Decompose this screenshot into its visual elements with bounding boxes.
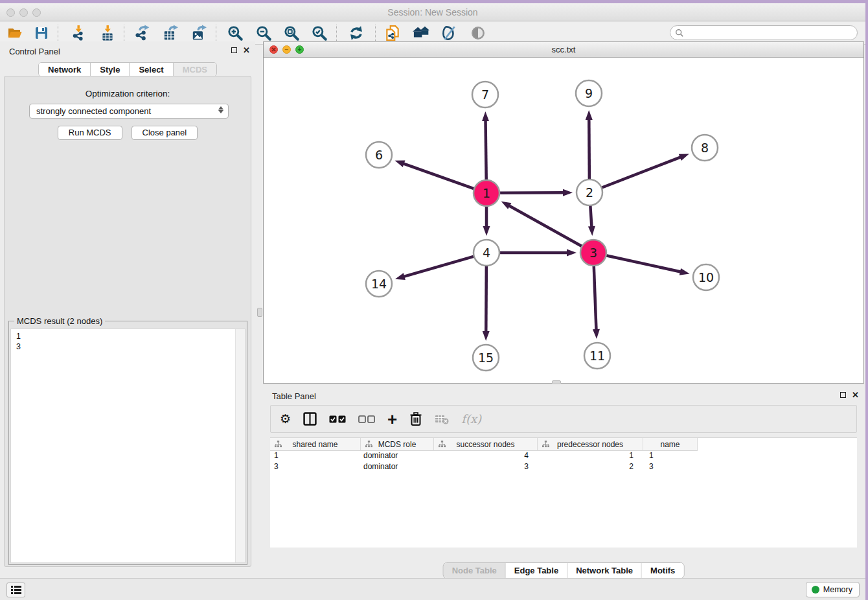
column-header-shared-name[interactable]: shared name xyxy=(270,438,361,451)
export-image-icon[interactable] xyxy=(187,23,211,43)
table-toolbar: ⚙ + f(x) xyxy=(270,405,857,433)
deselect-all-icon[interactable] xyxy=(358,415,375,423)
select-all-icon[interactable] xyxy=(329,415,346,423)
edge-3-11[interactable] xyxy=(594,266,597,330)
column-header-predecessor-nodes[interactable]: predecessor nodes xyxy=(538,438,643,451)
close-panel-button[interactable]: Close panel xyxy=(131,126,198,140)
network-view-window: ✕ − + scc.txt 1234678910111415 xyxy=(263,41,864,384)
column-header-name[interactable]: name xyxy=(643,438,698,451)
tab-network[interactable]: Network xyxy=(39,63,91,76)
criterion-dropdown[interactable]: strongly connected component xyxy=(29,104,229,119)
table-body: 1dominator4113dominator323 xyxy=(270,451,857,473)
table-header-row: shared nameMCDS rolesuccessor nodesprede… xyxy=(270,438,857,451)
edge-arrowhead xyxy=(483,226,490,236)
table-row[interactable]: 3dominator323 xyxy=(270,462,857,473)
tab-select[interactable]: Select xyxy=(130,63,173,76)
tab-mcds[interactable]: MCDS xyxy=(174,63,216,76)
edge-2-3[interactable] xyxy=(590,205,591,227)
split-columns-icon[interactable] xyxy=(303,412,317,426)
export-network-icon[interactable] xyxy=(130,23,154,43)
column-header-label: shared name xyxy=(292,440,337,449)
zoom-out-icon[interactable] xyxy=(251,23,276,43)
float-table-panel-icon[interactable] xyxy=(840,392,846,398)
edge-arrowhead xyxy=(394,161,405,167)
delete-table-icon xyxy=(435,414,449,424)
table-cell: 3 xyxy=(643,462,698,473)
table-panel: Table Panel ✕ ⚙ + f(x) xyxy=(263,386,864,578)
table-cell: dominator xyxy=(361,462,434,473)
run-mcds-button[interactable]: Run MCDS xyxy=(58,126,122,140)
hide-graphics-details-icon[interactable] xyxy=(437,23,461,43)
horizontal-splitter-handle[interactable] xyxy=(552,380,561,384)
function-builder-icon: f(x) xyxy=(461,412,481,426)
graph-node-label: 10 xyxy=(698,270,714,284)
memory-button[interactable]: Memory xyxy=(806,582,860,597)
zoom-fit-icon[interactable] xyxy=(279,23,304,43)
network-graph[interactable]: 1234678910111415 xyxy=(264,58,863,383)
duplicate-network-icon[interactable] xyxy=(380,23,405,43)
column-header-label: predecessor nodes xyxy=(557,440,623,449)
float-panel-icon[interactable] xyxy=(231,47,237,53)
optimization-criterion-label: Optimization criterion: xyxy=(5,89,251,98)
zoom-in-icon[interactable] xyxy=(223,23,247,43)
table-cell: 4 xyxy=(434,451,538,462)
graph-node-label: 6 xyxy=(375,148,383,162)
edge-1-7[interactable] xyxy=(486,120,486,180)
edge-4-14[interactable] xyxy=(403,257,474,277)
open-session-icon[interactable] xyxy=(3,23,27,43)
import-table-icon[interactable] xyxy=(95,23,120,43)
task-history-button[interactable] xyxy=(6,583,25,597)
mcds-result-textarea[interactable]: 13 xyxy=(10,329,246,563)
settings-gear-icon[interactable]: ⚙ xyxy=(280,413,291,426)
export-table-icon[interactable] xyxy=(158,23,183,43)
table-tab-edge-table[interactable]: Edge Table xyxy=(506,563,567,578)
result-scrollbar[interactable] xyxy=(235,329,245,562)
node-table[interactable]: shared nameMCDS rolesuccessor nodesprede… xyxy=(270,437,857,548)
close-panel-icon[interactable]: ✕ xyxy=(243,47,250,54)
graph-node-label: 7 xyxy=(481,87,489,102)
edge-arrowhead xyxy=(588,226,595,236)
table-tab-network-table[interactable]: Network Table xyxy=(567,563,642,578)
add-column-icon[interactable]: + xyxy=(387,413,397,426)
tab-style[interactable]: Style xyxy=(91,63,130,76)
import-network-icon[interactable] xyxy=(66,23,91,43)
table-cell: 2 xyxy=(538,462,643,473)
result-line: 3 xyxy=(16,341,245,352)
refresh-view-icon[interactable] xyxy=(344,23,369,43)
search-field[interactable] xyxy=(670,25,858,40)
column-header-mcds-role[interactable]: MCDS role xyxy=(361,438,434,451)
table-tab-motifs[interactable]: Motifs xyxy=(642,563,683,578)
dropdown-stepper-icon xyxy=(218,106,223,113)
delete-column-icon[interactable] xyxy=(409,412,422,426)
control-panel-header: Control Panel ✕ xyxy=(0,41,255,61)
table-tab-node-table[interactable]: Node Table xyxy=(444,563,506,578)
vertical-splitter-handle[interactable] xyxy=(257,308,262,317)
edge-2-9[interactable] xyxy=(589,119,589,179)
edge-arrowhead xyxy=(567,249,577,257)
column-header-successor-nodes[interactable]: successor nodes xyxy=(434,438,538,451)
graph-node-label: 3 xyxy=(589,246,597,260)
table-panel-title: Table Panel xyxy=(272,391,316,401)
edge-3-1[interactable] xyxy=(508,205,582,246)
table-row[interactable]: 1dominator411 xyxy=(270,451,857,462)
edge-arrowhead xyxy=(593,329,600,339)
edge-arrowhead xyxy=(679,154,689,161)
graph-node-label: 15 xyxy=(478,351,494,365)
home-layout-icon[interactable] xyxy=(409,23,433,43)
birds-eye-view-icon[interactable] xyxy=(466,23,490,43)
zoom-selected-icon[interactable] xyxy=(307,23,332,43)
edge-1-2[interactable] xyxy=(499,192,564,193)
close-table-panel-icon[interactable]: ✕ xyxy=(852,391,859,398)
edge-1-6[interactable] xyxy=(403,163,474,189)
graph-node-label: 4 xyxy=(483,246,490,260)
save-session-icon[interactable] xyxy=(29,23,54,43)
memory-label: Memory xyxy=(823,585,852,594)
network-canvas[interactable]: 1234678910111415 xyxy=(264,58,863,383)
edge-4-15[interactable] xyxy=(486,266,486,332)
edge-3-10[interactable] xyxy=(606,255,681,271)
mcds-result-title: MCDS result (2 nodes) xyxy=(14,316,105,326)
search-input[interactable] xyxy=(687,27,857,39)
network-window-titlebar: ✕ − + scc.txt xyxy=(264,42,863,58)
edge-2-8[interactable] xyxy=(602,157,681,188)
graph-node-label: 1 xyxy=(483,186,490,200)
